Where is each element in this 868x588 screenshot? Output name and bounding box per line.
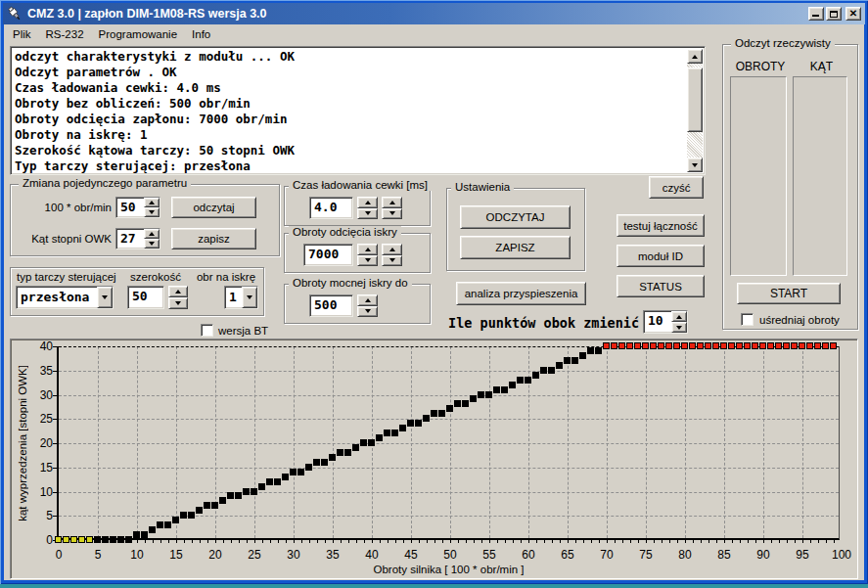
data-point[interactable] (728, 342, 735, 349)
data-point[interactable] (391, 430, 398, 436)
width-up-button[interactable] (168, 286, 188, 297)
data-point[interactable] (344, 449, 351, 456)
strong-spark-down[interactable] (357, 306, 378, 318)
data-point[interactable] (603, 342, 610, 349)
data-point[interactable] (384, 430, 390, 436)
data-point[interactable] (759, 342, 766, 349)
menu-item-plik[interactable]: Plik (6, 26, 39, 42)
data-point[interactable] (329, 454, 336, 461)
rpm-value[interactable]: 50 (116, 198, 144, 217)
coil-time-field[interactable]: 4.0 (309, 197, 353, 219)
cutoff-down-fine[interactable] (382, 255, 402, 267)
data-point[interactable] (744, 342, 751, 349)
data-point[interactable] (485, 391, 492, 398)
coil-down-coarse[interactable] (357, 208, 378, 220)
scroll-down-button[interactable] (687, 158, 703, 172)
data-point[interactable] (407, 420, 414, 427)
odczytaj-param-button[interactable]: odczytaj (171, 197, 256, 218)
angle-spinner[interactable]: 27 (115, 228, 160, 249)
obroty-listbox[interactable] (730, 76, 787, 276)
data-point[interactable] (462, 400, 469, 407)
testuj-lacznosc-button[interactable]: testuj łączność (617, 214, 705, 237)
data-point[interactable] (157, 521, 163, 528)
czysc-button[interactable]: czyść (649, 176, 704, 199)
width-down-button[interactable] (168, 297, 188, 309)
start-button[interactable]: START (737, 283, 841, 304)
menu-item-programowanie[interactable]: Programowanie (92, 26, 186, 42)
cutoff-rpm-value[interactable]: 7000 (304, 245, 352, 265)
rpm-down-button[interactable] (144, 207, 160, 217)
usredniaj-checkbox[interactable] (741, 313, 754, 326)
console-scrollbar[interactable] (687, 49, 703, 172)
analiza-button[interactable]: analiza przyspieszenia (456, 282, 586, 305)
cutoff-up-fine[interactable] (382, 244, 402, 255)
maximize-button[interactable] (826, 7, 842, 21)
cutoff-rpm-field[interactable]: 7000 (303, 244, 353, 266)
coil-time-value[interactable]: 4.0 (310, 198, 352, 218)
coil-up-fine[interactable] (382, 197, 402, 208)
data-point[interactable] (368, 439, 375, 446)
data-point[interactable] (579, 352, 586, 359)
data-point[interactable] (556, 362, 563, 369)
cutoff-up-coarse[interactable] (357, 244, 378, 255)
data-point[interactable] (618, 342, 625, 349)
ile-punktow-spinner[interactable]: 10 (643, 310, 688, 334)
data-point[interactable] (274, 478, 281, 485)
data-point[interactable] (360, 439, 367, 446)
data-point[interactable] (94, 536, 101, 543)
data-point[interactable] (532, 372, 539, 379)
strong-spark-up[interactable] (357, 294, 378, 306)
data-point[interactable] (595, 347, 602, 354)
data-point[interactable] (313, 459, 320, 466)
data-point[interactable] (587, 347, 594, 354)
data-point[interactable] (540, 367, 547, 374)
data-point[interactable] (266, 478, 273, 485)
data-point[interactable] (509, 382, 516, 388)
strong-spark-field[interactable]: 500 (309, 294, 353, 317)
close-button[interactable]: ✕ (845, 7, 861, 21)
data-point[interactable] (415, 420, 422, 427)
data-point[interactable] (752, 342, 758, 349)
modul-id-button[interactable]: moduł ID (617, 245, 705, 267)
data-point[interactable] (102, 536, 109, 543)
scrollbar-thumb[interactable] (687, 68, 703, 132)
rpm-up-button[interactable] (144, 198, 160, 207)
data-point[interactable] (352, 444, 359, 451)
data-point[interactable] (438, 410, 445, 417)
data-point[interactable] (86, 536, 93, 543)
data-point[interactable] (501, 386, 508, 393)
data-point[interactable] (227, 492, 234, 499)
data-point[interactable] (70, 536, 77, 543)
data-point[interactable] (125, 536, 132, 543)
data-point[interactable] (204, 502, 210, 509)
scroll-up-button[interactable] (687, 49, 703, 64)
data-point[interactable] (211, 502, 218, 509)
title-bar[interactable]: CMZ 3.0 | zapłon DIM-1M08-RS wersja 3.0 … (3, 3, 865, 24)
data-point[interactable] (626, 342, 633, 349)
data-point[interactable] (470, 395, 477, 402)
data-point[interactable] (164, 521, 171, 528)
data-point[interactable] (673, 342, 680, 349)
data-point[interactable] (806, 342, 813, 349)
data-point[interactable] (78, 536, 85, 543)
data-point[interactable] (517, 377, 524, 384)
disc-type-combo[interactable]: przesłona (16, 286, 114, 309)
coil-up-coarse[interactable] (357, 197, 378, 208)
data-point[interactable] (423, 415, 430, 422)
zapisz-param-button[interactable]: zapisz (171, 228, 256, 249)
angle-down-button[interactable] (144, 239, 160, 249)
angle-up-button[interactable] (144, 229, 160, 239)
data-point[interactable] (564, 357, 571, 364)
menu-item-rs-232[interactable]: RS-232 (39, 26, 92, 42)
data-point[interactable] (282, 474, 289, 480)
data-point[interactable] (235, 492, 242, 499)
data-point[interactable] (454, 400, 461, 407)
data-point[interactable] (493, 386, 500, 393)
data-point[interactable] (658, 342, 664, 349)
data-point[interactable] (133, 531, 140, 538)
data-point[interactable] (55, 536, 62, 543)
data-point[interactable] (243, 488, 250, 495)
data-point[interactable] (305, 464, 312, 471)
kat-listbox[interactable] (793, 76, 847, 276)
data-point[interactable] (337, 449, 343, 456)
